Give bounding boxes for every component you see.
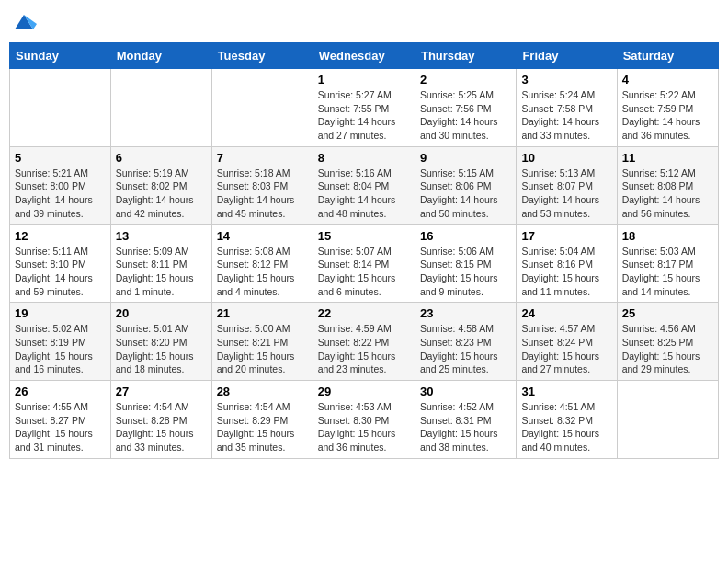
day-number: 15: [318, 229, 410, 243]
calendar-header: SundayMondayTuesdayWednesdayThursdayFrid…: [10, 43, 719, 69]
calendar-cell: 25Sunrise: 4:56 AM Sunset: 8:25 PM Dayli…: [617, 303, 718, 381]
day-number: 25: [622, 306, 713, 320]
calendar-cell: 17Sunrise: 5:04 AM Sunset: 8:16 PM Dayli…: [517, 224, 617, 303]
calendar-cell: 29Sunrise: 4:53 AM Sunset: 8:30 PM Dayli…: [313, 381, 415, 459]
day-number: 28: [217, 385, 308, 398]
day-info: Sunrise: 5:07 AM Sunset: 8:14 PM Dayligh…: [318, 245, 410, 299]
day-number: 5: [15, 151, 106, 165]
day-number: 18: [622, 229, 713, 243]
calendar-cell: 10Sunrise: 5:13 AM Sunset: 8:07 PM Dayli…: [517, 146, 617, 224]
weekday-header: Monday: [110, 43, 211, 69]
day-info: Sunrise: 5:08 AM Sunset: 8:12 PM Dayligh…: [217, 245, 308, 299]
calendar-cell: 1Sunrise: 5:27 AM Sunset: 7:55 PM Daylig…: [313, 69, 415, 147]
day-info: Sunrise: 4:59 AM Sunset: 8:22 PM Dayligh…: [318, 322, 410, 376]
calendar-cell: 3Sunrise: 5:24 AM Sunset: 7:58 PM Daylig…: [517, 69, 617, 147]
day-number: 22: [318, 306, 410, 320]
calendar-week-row: 26Sunrise: 4:55 AM Sunset: 8:27 PM Dayli…: [10, 381, 719, 459]
calendar-cell: 11Sunrise: 5:12 AM Sunset: 8:08 PM Dayli…: [617, 146, 718, 224]
calendar-week-row: 12Sunrise: 5:11 AM Sunset: 8:10 PM Dayli…: [10, 224, 719, 303]
day-number: 11: [622, 151, 713, 165]
day-number: 30: [420, 385, 511, 398]
day-info: Sunrise: 5:12 AM Sunset: 8:08 PM Dayligh…: [622, 167, 713, 221]
calendar-week-row: 1Sunrise: 5:27 AM Sunset: 7:55 PM Daylig…: [10, 69, 719, 147]
day-number: 6: [116, 151, 207, 165]
weekday-row: SundayMondayTuesdayWednesdayThursdayFrid…: [10, 43, 719, 69]
weekday-header: Sunday: [10, 43, 111, 69]
calendar-cell: 24Sunrise: 4:57 AM Sunset: 8:24 PM Dayli…: [517, 303, 617, 381]
day-info: Sunrise: 5:02 AM Sunset: 8:19 PM Dayligh…: [15, 322, 106, 376]
day-number: 9: [420, 151, 511, 165]
day-info: Sunrise: 4:54 AM Sunset: 8:29 PM Dayligh…: [217, 400, 308, 454]
calendar-cell: 27Sunrise: 4:54 AM Sunset: 8:28 PM Dayli…: [110, 381, 211, 459]
day-number: 20: [116, 306, 207, 320]
calendar-cell: 28Sunrise: 4:54 AM Sunset: 8:29 PM Dayli…: [211, 381, 313, 459]
day-info: Sunrise: 5:19 AM Sunset: 8:02 PM Dayligh…: [116, 167, 207, 221]
day-number: 14: [217, 229, 308, 243]
calendar-cell: 6Sunrise: 5:19 AM Sunset: 8:02 PM Daylig…: [110, 146, 211, 224]
calendar-cell: [110, 69, 211, 147]
day-info: Sunrise: 4:54 AM Sunset: 8:28 PM Dayligh…: [116, 400, 207, 454]
day-info: Sunrise: 4:51 AM Sunset: 8:32 PM Dayligh…: [521, 400, 611, 454]
weekday-header: Friday: [517, 43, 617, 69]
day-number: 23: [420, 306, 511, 320]
calendar-cell: [10, 69, 111, 147]
day-info: Sunrise: 5:25 AM Sunset: 7:56 PM Dayligh…: [420, 88, 511, 143]
day-info: Sunrise: 5:21 AM Sunset: 8:00 PM Dayligh…: [15, 167, 106, 221]
calendar-table: SundayMondayTuesdayWednesdayThursdayFrid…: [9, 42, 719, 459]
day-info: Sunrise: 5:01 AM Sunset: 8:20 PM Dayligh…: [116, 322, 207, 376]
day-info: Sunrise: 5:00 AM Sunset: 8:21 PM Dayligh…: [217, 322, 308, 376]
calendar-cell: 19Sunrise: 5:02 AM Sunset: 8:19 PM Dayli…: [10, 303, 111, 381]
day-info: Sunrise: 4:58 AM Sunset: 8:23 PM Dayligh…: [420, 322, 511, 376]
calendar-cell: 31Sunrise: 4:51 AM Sunset: 8:32 PM Dayli…: [517, 381, 617, 459]
header: [9, 9, 719, 35]
day-number: 8: [318, 151, 410, 165]
day-info: Sunrise: 5:16 AM Sunset: 8:04 PM Dayligh…: [318, 167, 410, 221]
day-number: 19: [15, 306, 106, 320]
day-info: Sunrise: 4:53 AM Sunset: 8:30 PM Dayligh…: [318, 400, 410, 454]
day-number: 17: [521, 229, 611, 243]
weekday-header: Tuesday: [211, 43, 313, 69]
day-info: Sunrise: 5:22 AM Sunset: 7:59 PM Dayligh…: [622, 88, 713, 143]
calendar-cell: 14Sunrise: 5:08 AM Sunset: 8:12 PM Dayli…: [211, 224, 313, 303]
day-info: Sunrise: 4:52 AM Sunset: 8:31 PM Dayligh…: [420, 400, 511, 454]
day-info: Sunrise: 5:06 AM Sunset: 8:15 PM Dayligh…: [420, 245, 511, 299]
calendar-cell: [617, 381, 718, 459]
calendar-cell: 23Sunrise: 4:58 AM Sunset: 8:23 PM Dayli…: [415, 303, 516, 381]
day-info: Sunrise: 5:11 AM Sunset: 8:10 PM Dayligh…: [15, 245, 106, 299]
calendar-cell: 2Sunrise: 5:25 AM Sunset: 7:56 PM Daylig…: [415, 69, 516, 147]
day-number: 1: [318, 73, 410, 86]
day-number: 12: [15, 229, 106, 243]
weekday-header: Saturday: [617, 43, 718, 69]
day-info: Sunrise: 5:15 AM Sunset: 8:06 PM Dayligh…: [420, 167, 511, 221]
day-number: 24: [521, 306, 611, 320]
calendar-cell: [211, 69, 313, 147]
calendar-cell: 5Sunrise: 5:21 AM Sunset: 8:00 PM Daylig…: [10, 146, 111, 224]
calendar-cell: 26Sunrise: 4:55 AM Sunset: 8:27 PM Dayli…: [10, 381, 111, 459]
calendar-cell: 22Sunrise: 4:59 AM Sunset: 8:22 PM Dayli…: [313, 303, 415, 381]
day-info: Sunrise: 4:57 AM Sunset: 8:24 PM Dayligh…: [521, 322, 611, 376]
day-number: 27: [116, 385, 207, 398]
day-number: 31: [521, 385, 611, 398]
day-info: Sunrise: 5:13 AM Sunset: 8:07 PM Dayligh…: [521, 167, 611, 221]
calendar-cell: 16Sunrise: 5:06 AM Sunset: 8:15 PM Dayli…: [415, 224, 516, 303]
day-number: 7: [217, 151, 308, 165]
day-number: 3: [521, 73, 611, 86]
logo: [9, 9, 37, 35]
calendar-week-row: 5Sunrise: 5:21 AM Sunset: 8:00 PM Daylig…: [10, 146, 719, 224]
calendar-cell: 9Sunrise: 5:15 AM Sunset: 8:06 PM Daylig…: [415, 146, 516, 224]
day-info: Sunrise: 5:18 AM Sunset: 8:03 PM Dayligh…: [217, 167, 308, 221]
day-number: 26: [15, 385, 106, 398]
weekday-header: Wednesday: [313, 43, 415, 69]
day-number: 21: [217, 306, 308, 320]
calendar-cell: 12Sunrise: 5:11 AM Sunset: 8:10 PM Dayli…: [10, 224, 111, 303]
calendar-cell: 30Sunrise: 4:52 AM Sunset: 8:31 PM Dayli…: [415, 381, 516, 459]
calendar-body: 1Sunrise: 5:27 AM Sunset: 7:55 PM Daylig…: [10, 69, 719, 459]
day-number: 13: [116, 229, 207, 243]
day-info: Sunrise: 4:55 AM Sunset: 8:27 PM Dayligh…: [15, 400, 106, 454]
day-info: Sunrise: 4:56 AM Sunset: 8:25 PM Dayligh…: [622, 322, 713, 376]
calendar-cell: 8Sunrise: 5:16 AM Sunset: 8:04 PM Daylig…: [313, 146, 415, 224]
calendar-week-row: 19Sunrise: 5:02 AM Sunset: 8:19 PM Dayli…: [10, 303, 719, 381]
day-number: 4: [622, 73, 713, 86]
day-number: 29: [318, 385, 410, 398]
weekday-header: Thursday: [415, 43, 516, 69]
